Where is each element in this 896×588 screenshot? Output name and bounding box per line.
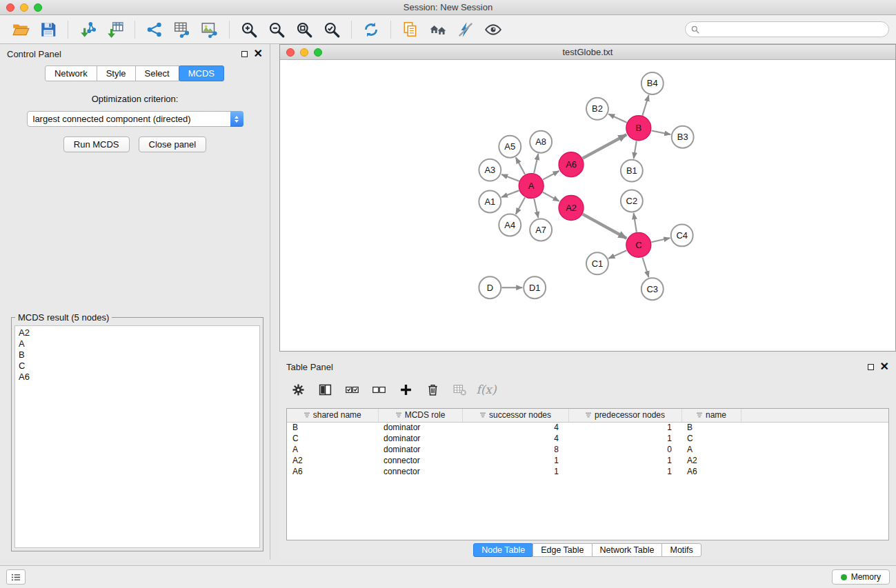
mcds-result-item[interactable]: C <box>19 361 256 372</box>
edge-B-B2[interactable] <box>608 114 626 122</box>
delete-table-button[interactable] <box>448 379 471 400</box>
edge-A2-C[interactable] <box>583 214 627 239</box>
show-graphics-eye-button[interactable] <box>479 18 507 41</box>
column-header-mcds-role[interactable]: MCDS role <box>378 409 462 422</box>
export-network-button[interactable] <box>141 18 168 41</box>
zoom-fit-button[interactable] <box>290 18 318 41</box>
node-B3[interactable]: B3 <box>672 126 694 148</box>
node-A2[interactable]: A2 <box>559 196 584 221</box>
edge-B-B1[interactable] <box>634 141 637 158</box>
node-A4[interactable]: A4 <box>499 214 521 236</box>
edge-A-A3[interactable] <box>501 174 519 181</box>
node-A5[interactable]: A5 <box>499 136 521 158</box>
table-settings-button[interactable] <box>286 379 310 400</box>
reset-view-home-button[interactable] <box>424 18 452 41</box>
close-table-panel-button[interactable]: ✕ <box>880 363 889 371</box>
network-canvas[interactable]: B4B2BB3A5A8A6B1A3AA1C2A2A4A7C4CC1C3DD1 <box>280 60 895 351</box>
show-task-history-button[interactable] <box>6 569 26 585</box>
optimization-dropdown[interactable]: largest connected component (directed) <box>27 111 243 127</box>
edge-A-A5[interactable] <box>516 157 525 174</box>
tab-network-table[interactable]: Network Table <box>592 543 663 557</box>
node-B[interactable]: B <box>626 116 651 141</box>
node-A3[interactable]: A3 <box>479 159 501 181</box>
close-control-panel-button[interactable]: ✕ <box>254 50 263 58</box>
save-session-button[interactable] <box>34 18 62 41</box>
export-table-button[interactable] <box>168 18 196 41</box>
node-C2[interactable]: C2 <box>621 190 643 212</box>
network-close-button[interactable] <box>286 48 295 57</box>
show-columns-button[interactable] <box>313 379 337 400</box>
edge-B-B4[interactable] <box>642 95 648 116</box>
tab-select[interactable]: Select <box>135 65 179 81</box>
table-row[interactable]: A2connector11A2 <box>287 455 888 466</box>
table-row[interactable]: A6connector11A6 <box>287 466 888 477</box>
node-A8[interactable]: A8 <box>530 131 552 153</box>
open-file-button[interactable] <box>7 18 34 41</box>
export-image-button[interactable] <box>196 18 223 41</box>
network-minimize-button[interactable] <box>300 48 308 57</box>
node-B2[interactable]: B2 <box>586 98 608 120</box>
minimize-window-button[interactable] <box>20 3 28 12</box>
column-header-predecessor-nodes[interactable]: predecessor nodes <box>568 409 681 422</box>
unselect-all-button[interactable] <box>367 379 390 400</box>
edge-A-A7[interactable] <box>534 199 538 218</box>
node-B4[interactable]: B4 <box>641 72 664 94</box>
edge-A-A1[interactable] <box>501 190 519 197</box>
edge-A-A2[interactable] <box>543 192 559 201</box>
edge-C-C4[interactable] <box>651 238 670 242</box>
edge-C-C2[interactable] <box>634 213 637 232</box>
mcds-result-item[interactable]: B <box>19 349 256 361</box>
node-A6[interactable]: A6 <box>559 152 584 177</box>
close-window-button[interactable] <box>6 3 14 12</box>
node-C4[interactable]: C4 <box>671 224 693 246</box>
node-table[interactable]: shared nameMCDS rolesuccessor nodesprede… <box>286 408 889 540</box>
run-mcds-button[interactable]: Run MCDS <box>63 136 130 152</box>
memory-button[interactable]: Memory <box>832 569 890 585</box>
column-header-successor-nodes[interactable]: successor nodes <box>462 409 568 422</box>
tab-style[interactable]: Style <box>97 65 136 81</box>
edge-A-A6[interactable] <box>543 171 559 180</box>
network-zoom-button[interactable] <box>314 48 322 57</box>
node-A1[interactable]: A1 <box>479 191 501 213</box>
zoom-out-button[interactable] <box>263 18 290 41</box>
zoom-in-button[interactable] <box>235 18 263 41</box>
delete-rows-button[interactable] <box>421 379 444 400</box>
column-header-name[interactable]: name <box>681 409 741 422</box>
edge-A-A8[interactable] <box>534 154 538 173</box>
edge-A6-B[interactable] <box>583 134 627 158</box>
import-network-from-file-button[interactable] <box>74 18 101 41</box>
mcds-result-item[interactable]: A <box>19 338 256 349</box>
float-table-panel-button[interactable] <box>868 364 874 370</box>
node-A7[interactable]: A7 <box>530 219 552 241</box>
tab-mcds[interactable]: MCDS <box>179 65 224 81</box>
mcds-result-list[interactable]: A2ABCA6 <box>14 325 260 548</box>
zoom-window-button[interactable] <box>34 3 42 12</box>
edge-C-C1[interactable] <box>608 250 626 258</box>
zoom-selected-button[interactable] <box>318 18 346 41</box>
apply-layout-button[interactable] <box>357 18 385 41</box>
node-B1[interactable]: B1 <box>621 160 643 182</box>
import-table-from-file-button[interactable] <box>101 18 129 41</box>
node-A[interactable]: A <box>519 174 544 199</box>
edge-B-B3[interactable] <box>651 131 670 135</box>
tab-motifs[interactable]: Motifs <box>661 543 701 557</box>
float-control-panel-button[interactable] <box>241 51 248 57</box>
node-C[interactable]: C <box>626 232 651 257</box>
edge-A-A4[interactable] <box>516 197 525 214</box>
select-all-button[interactable] <box>340 379 364 400</box>
edge-C-C3[interactable] <box>642 257 648 277</box>
table-row[interactable]: Bdominator41B <box>287 422 888 433</box>
node-D[interactable]: D <box>479 276 501 298</box>
tab-network[interactable]: Network <box>45 65 97 81</box>
copy-document-button[interactable] <box>397 18 424 41</box>
mcds-result-item[interactable]: A6 <box>19 372 256 383</box>
tab-node-table[interactable]: Node Table <box>473 543 533 557</box>
create-column-button[interactable] <box>394 379 417 400</box>
table-row[interactable]: Cdominator41C <box>287 433 888 444</box>
node-C3[interactable]: C3 <box>641 278 664 300</box>
graphics-details-button[interactable] <box>452 18 479 41</box>
search-input[interactable] <box>703 25 883 34</box>
column-header-shared-name[interactable]: shared name <box>287 409 378 422</box>
tab-edge-table[interactable]: Edge Table <box>532 543 592 557</box>
close-panel-button[interactable]: Close panel <box>139 136 207 152</box>
